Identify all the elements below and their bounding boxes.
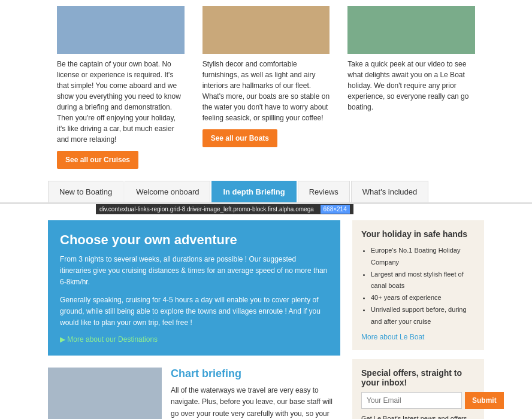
email-signup-box: Special offers, straight to your inbox! … bbox=[352, 359, 484, 419]
safe-hands-heading: Your holiday in safe hands bbox=[361, 229, 475, 239]
submit-button[interactable]: Submit bbox=[465, 392, 504, 409]
list-item: Largest and most stylish fleet of canal … bbox=[371, 269, 475, 293]
tabs-bar: New to Boating Welcome onboard In depth … bbox=[0, 181, 532, 204]
promo-block-video: Take a quick peek at our video to see wh… bbox=[338, 6, 484, 169]
promo-video-text: Take a quick peek at our video to see wh… bbox=[347, 59, 475, 113]
adventure-block: Choose your own adventure From 3 nights … bbox=[48, 220, 340, 356]
main-content: Choose your own adventure From 3 nights … bbox=[0, 220, 532, 419]
list-item: Europe's No.1 Boating Holiday Company bbox=[371, 245, 475, 269]
chart-briefing-item: Chart briefing All of the waterways we t… bbox=[48, 368, 340, 419]
email-row: Submit bbox=[361, 392, 475, 409]
chart-briefing-text: All of the waterways we travel are very … bbox=[171, 385, 340, 419]
video-image bbox=[347, 6, 475, 54]
list-item: 40+ years of experience bbox=[371, 292, 475, 304]
email-input[interactable] bbox=[361, 392, 462, 409]
promo-cruises-text: Be the captain of your own boat. No lice… bbox=[57, 59, 185, 145]
promo-block-boats: Stylish decor and comfortable furnishing… bbox=[194, 6, 339, 169]
list-item: Unrivalled support before, during and af… bbox=[371, 304, 475, 328]
tab-welcome-onboard[interactable]: Welcome onboard bbox=[125, 181, 210, 202]
tab-in-depth-briefing[interactable]: In depth Briefing bbox=[211, 181, 296, 202]
adventure-para1: From 3 nights to several weeks, all dura… bbox=[60, 254, 328, 289]
adventure-heading: Choose your own adventure bbox=[60, 232, 328, 248]
boat-image bbox=[57, 6, 185, 54]
css-hint-text: div.contextual-links-region.grid-8.drive… bbox=[96, 204, 353, 214]
see-all-cruises-button[interactable]: See all our Cruises bbox=[57, 151, 138, 169]
css-hint-bar: div.contextual-links-region.grid-8.drive… bbox=[0, 204, 532, 214]
email-description: Get Le Boat's latest news and offers abo… bbox=[361, 414, 475, 419]
interior-image bbox=[202, 6, 330, 54]
more-about-leboat-link[interactable]: More about Le Boat bbox=[361, 333, 475, 341]
left-column: Choose your own adventure From 3 nights … bbox=[48, 220, 340, 419]
chart-briefing-heading: Chart briefing bbox=[171, 368, 340, 380]
destinations-link[interactable]: ▶ More about our Destinations bbox=[60, 335, 158, 344]
promo-boats-text: Stylish decor and comfortable furnishing… bbox=[202, 59, 330, 123]
chart-briefing-image bbox=[48, 368, 162, 419]
adventure-para2: Generally speaking, cruising for 4-5 hou… bbox=[60, 294, 328, 329]
right-column: Your holiday in safe hands Europe's No.1… bbox=[352, 220, 484, 419]
safe-hands-box: Your holiday in safe hands Europe's No.1… bbox=[352, 220, 484, 350]
tab-whats-included[interactable]: What's included bbox=[351, 181, 428, 202]
tab-reviews[interactable]: Reviews bbox=[298, 181, 350, 202]
promo-block-cruises: Be the captain of your own boat. No lice… bbox=[48, 6, 194, 169]
email-heading: Special offers, straight to your inbox! bbox=[361, 368, 475, 387]
promo-section: Be the captain of your own boat. No lice… bbox=[0, 0, 532, 181]
safe-hands-list: Europe's No.1 Boating Holiday Company La… bbox=[361, 245, 475, 328]
see-all-boats-button[interactable]: See all our Boats bbox=[202, 129, 277, 147]
chart-briefing-text-block: Chart briefing All of the waterways we t… bbox=[171, 368, 340, 419]
tab-new-to-boating[interactable]: New to Boating bbox=[48, 181, 123, 202]
